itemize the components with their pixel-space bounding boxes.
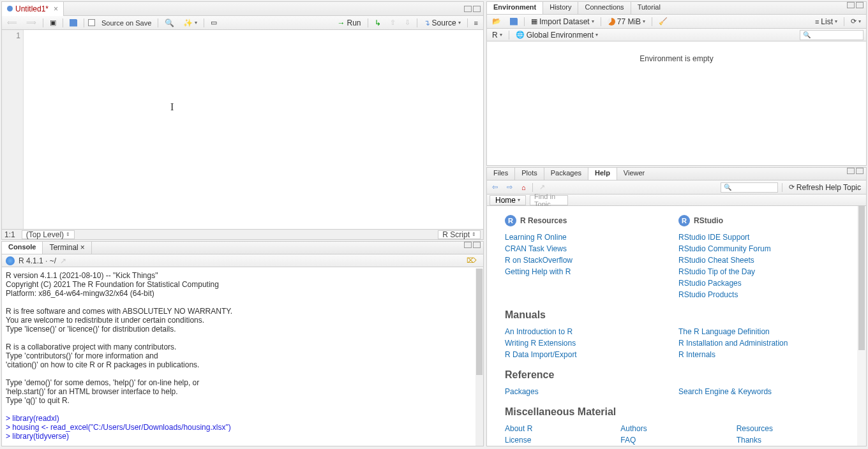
tab-tutorial[interactable]: Tutorial: [631, 2, 667, 14]
minimize-button[interactable]: [847, 2, 855, 8]
link[interactable]: Getting Help with R: [505, 266, 666, 277]
show-in-new-window-button[interactable]: ▣: [47, 18, 59, 27]
import-dataset-button[interactable]: ▦ Import Dataset ▾: [528, 17, 597, 27]
env-search-input[interactable]: 🔍: [800, 30, 864, 40]
refresh-button[interactable]: ⟳▾: [848, 17, 864, 26]
clear-objects-button[interactable]: 🧹: [656, 17, 670, 26]
link[interactable]: R Data Import/Export: [505, 349, 666, 360]
scrollbar-thumb[interactable]: [858, 206, 865, 350]
scrollbar[interactable]: [475, 269, 483, 446]
link[interactable]: R Internals: [678, 349, 839, 360]
link[interactable]: RStudio Community Forum: [678, 243, 839, 254]
link[interactable]: Packages: [505, 386, 666, 397]
link[interactable]: Writing R Extensions: [505, 337, 666, 349]
close-icon[interactable]: ×: [54, 4, 58, 13]
help-content[interactable]: RR Resources Learning R Online CRAN Task…: [487, 206, 857, 446]
memory-usage[interactable]: 77 MiB ▾: [605, 17, 648, 27]
tab-viewer[interactable]: Viewer: [617, 168, 651, 180]
clear-console-button[interactable]: ⌦: [464, 256, 479, 265]
run-button[interactable]: →Run: [335, 18, 364, 28]
console-command: > housing <- read_excel("C:/Users/User/D…: [6, 423, 231, 432]
language-scope-selector[interactable]: R ▾: [490, 30, 505, 40]
language-selector[interactable]: R Script⇕: [438, 230, 481, 239]
minimize-button[interactable]: [464, 242, 472, 248]
link[interactable]: The R Language Definition: [678, 326, 839, 337]
help-popout-button[interactable]: ↗: [537, 182, 548, 192]
back-button[interactable]: ⟸: [4, 18, 20, 27]
link[interactable]: Resources: [737, 423, 839, 434]
tab-history[interactable]: History: [543, 2, 578, 14]
link[interactable]: RStudio Packages: [678, 277, 839, 289]
code-tools-button[interactable]: ✨▾: [181, 18, 200, 28]
code-editor[interactable]: I: [24, 30, 483, 229]
maximize-button[interactable]: [856, 2, 864, 8]
load-workspace-button[interactable]: 📂: [490, 17, 504, 26]
link[interactable]: R Installation and Administration: [678, 337, 839, 349]
save-button[interactable]: [67, 18, 80, 27]
source-statusbar: 1:1 (Top Level)⇕ R Script⇕: [2, 229, 483, 239]
rerun-button[interactable]: ↳: [372, 18, 384, 28]
outline-button[interactable]: ≡: [472, 18, 481, 27]
view-mode-selector[interactable]: ≡ List ▾: [812, 17, 840, 27]
help-home-button[interactable]: ⌂: [519, 183, 528, 192]
minimize-button[interactable]: [847, 168, 855, 174]
help-tabset: Files Plots Packages Help Viewer: [487, 168, 866, 180]
close-icon[interactable]: ×: [80, 243, 85, 252]
forward-button[interactable]: ⟹: [24, 18, 39, 27]
tab-console[interactable]: Console: [2, 242, 43, 254]
tab-help[interactable]: Help: [588, 168, 617, 180]
tab-files[interactable]: Files: [487, 168, 515, 180]
tab-plots[interactable]: Plots: [515, 168, 544, 180]
link[interactable]: About R: [505, 423, 608, 434]
source-on-save-checkbox[interactable]: [88, 19, 95, 26]
link[interactable]: RStudio Cheat Sheets: [678, 254, 839, 266]
search-icon: 🔍: [724, 184, 731, 191]
link[interactable]: R on StackOverflow: [505, 254, 666, 266]
link[interactable]: Thanks: [737, 434, 839, 446]
popout-icon[interactable]: ↗: [60, 256, 66, 265]
help-forward-button[interactable]: ⇨: [504, 182, 515, 192]
scrollbar[interactable]: [857, 206, 866, 446]
help-search-input[interactable]: 🔍: [721, 182, 778, 193]
refresh-help-button[interactable]: ⟳ Refresh Help Topic: [786, 182, 864, 193]
link[interactable]: An Introduction to R: [505, 326, 666, 337]
source-tab-label: Untitled1*: [15, 4, 49, 13]
scope-selector[interactable]: (Top Level)⇕: [22, 230, 75, 239]
console-command: > library(readxl): [6, 414, 59, 423]
r-version-label: R 4.1.1 · ~/: [19, 256, 56, 265]
maximize-button[interactable]: [473, 242, 481, 248]
console-output[interactable]: R version 4.1.1 (2021-08-10) -- "Kick Th…: [2, 269, 483, 446]
source-tab-untitled[interactable]: Untitled1* ×: [2, 2, 64, 16]
go-down-button[interactable]: ⇩: [402, 18, 413, 27]
source-button[interactable]: ↴Source▾: [421, 18, 463, 28]
help-home-dropdown[interactable]: Home▾: [490, 195, 526, 205]
link[interactable]: RStudio Products: [678, 289, 839, 300]
tab-terminal[interactable]: Terminal ×: [43, 242, 91, 254]
go-up-button[interactable]: ⇧: [387, 18, 398, 27]
scrollbar-thumb[interactable]: [476, 269, 483, 375]
compile-report-button[interactable]: ▭: [208, 18, 220, 27]
memory-pie-icon: [608, 18, 615, 26]
link[interactable]: License: [505, 434, 608, 446]
link[interactable]: CRAN Task Views: [505, 243, 666, 254]
link[interactable]: RStudio Tip of the Day: [678, 266, 839, 277]
link[interactable]: RStudio IDE Support: [678, 232, 839, 243]
minimize-button[interactable]: [464, 6, 472, 12]
env-scope-selector[interactable]: 🌐 Global Environment ▾: [513, 30, 601, 40]
maximize-button[interactable]: [856, 168, 864, 174]
maximize-button[interactable]: [473, 6, 481, 12]
link[interactable]: FAQ: [620, 434, 723, 446]
console-startup-text: R version 4.1.1 (2021-08-10) -- "Kick Th…: [6, 271, 232, 405]
link[interactable]: Learning R Online: [505, 232, 666, 243]
help-back-button[interactable]: ⇦: [490, 182, 500, 192]
find-in-topic-input[interactable]: Find in Topic: [530, 195, 568, 205]
tab-connections[interactable]: Connections: [578, 2, 631, 14]
find-button[interactable]: 🔍: [162, 18, 177, 28]
link[interactable]: Authors: [620, 423, 723, 434]
cursor-position: 1:1: [4, 230, 15, 239]
save-workspace-button[interactable]: [507, 17, 520, 26]
tab-environment[interactable]: Environment: [487, 2, 543, 14]
tab-packages[interactable]: Packages: [544, 168, 588, 180]
link[interactable]: Search Engine & Keywords: [678, 386, 839, 397]
source-on-save-label[interactable]: Source on Save: [99, 18, 154, 27]
